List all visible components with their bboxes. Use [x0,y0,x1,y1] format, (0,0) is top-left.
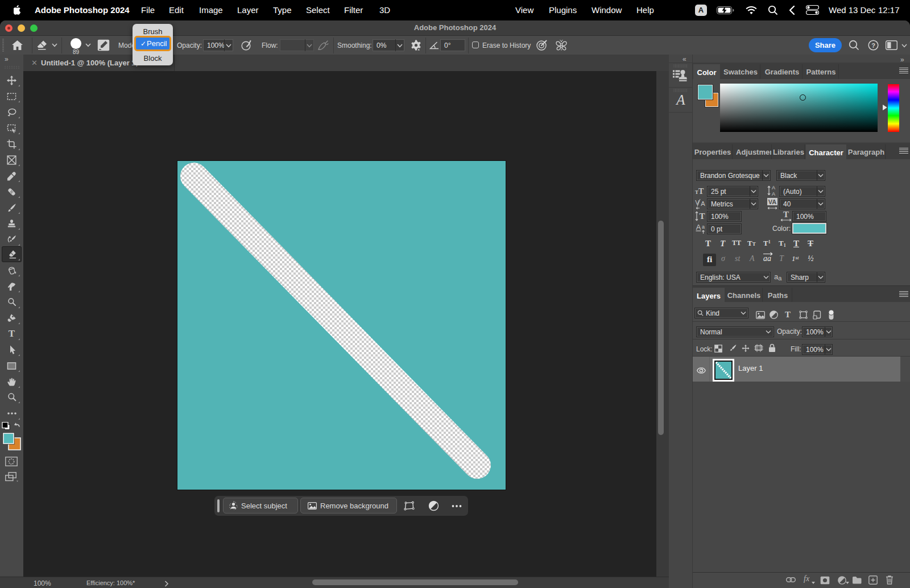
svg-text:A: A [772,185,775,191]
svg-text:A: A [701,200,705,207]
svg-text:A: A [772,191,775,197]
svg-text:A: A [696,223,701,231]
svg-text:?: ? [871,42,875,49]
svg-text:T: T [783,210,789,219]
svg-text:T: T [699,212,705,221]
svg-text:a: a [702,224,705,230]
svg-text:VA: VA [768,198,777,205]
